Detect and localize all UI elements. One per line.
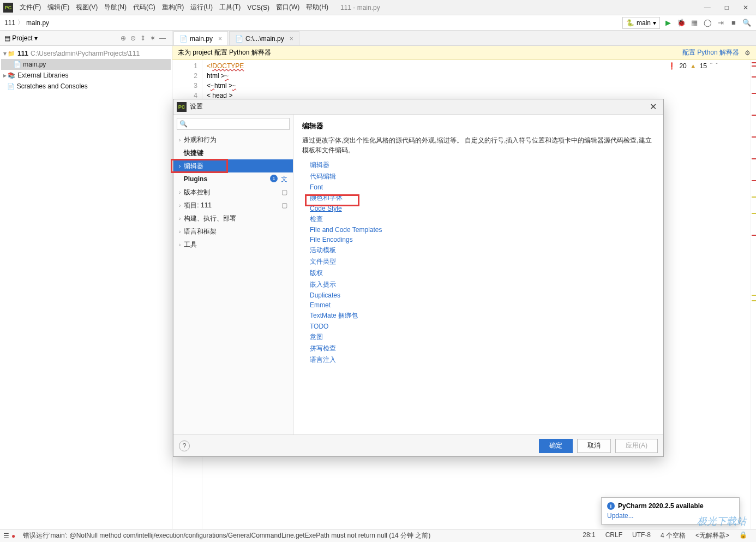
menu-refactor[interactable]: 重构(R): [159, 0, 188, 15]
select-opened-icon[interactable]: ⊜: [128, 34, 138, 42]
settings-search[interactable]: 🔍: [177, 118, 290, 130]
ok-button[interactable]: 确定: [539, 439, 573, 453]
project-pane-selector[interactable]: ▤ Project ▾: [4, 34, 38, 42]
cancel-button[interactable]: 取消: [577, 439, 611, 453]
settings-sublink[interactable]: File and Code Templates: [310, 226, 655, 234]
settings-category-item[interactable]: ›版本控制▢: [173, 186, 293, 199]
line-separator[interactable]: CRLF: [605, 531, 622, 540]
caret-position[interactable]: 28:1: [583, 531, 595, 540]
menu-window[interactable]: 窗口(W): [273, 0, 303, 15]
editor-tab-mainpy[interactable]: 📄 main.py ×: [173, 31, 228, 45]
info-icon: i: [607, 502, 615, 510]
menu-view[interactable]: 视图(V): [73, 0, 101, 15]
file-encoding[interactable]: UTF-8: [632, 531, 651, 540]
editor-tab-mainpy-2[interactable]: 📄 C:\...\main.py ×: [229, 31, 299, 45]
project-root-node[interactable]: ▾ 111 C:\Users\admin\PycharmProjects\111: [1, 48, 171, 59]
settings-sublink[interactable]: 活动模板: [310, 246, 655, 255]
settings-sublink[interactable]: Duplicates: [310, 291, 655, 299]
tab-label: main.py: [190, 35, 213, 43]
chevron-down-icon[interactable]: ˇ: [716, 62, 718, 70]
run-icon[interactable]: ▶: [663, 19, 673, 27]
settings-sublink[interactable]: 拼写检查: [310, 344, 655, 353]
coverage-icon[interactable]: ▦: [689, 19, 699, 27]
error-status-icon[interactable]: ●: [11, 532, 15, 540]
attach-icon[interactable]: ⇥: [716, 19, 725, 27]
help-icon[interactable]: ?: [179, 440, 190, 451]
chevron-up-icon[interactable]: ˆ: [710, 62, 712, 70]
settings-category-item[interactable]: ›项目: 111▢: [173, 199, 293, 212]
settings-sublink[interactable]: Emmet: [310, 301, 655, 309]
settings-sublink[interactable]: 嵌入提示: [310, 280, 655, 289]
settings-sublink[interactable]: 意图: [310, 332, 655, 342]
settings-sublink[interactable]: 语言注入: [310, 355, 655, 365]
menu-code[interactable]: 代码(C): [130, 0, 159, 15]
settings-category-item[interactable]: ›外观和行为: [173, 133, 293, 146]
close-tab-icon[interactable]: ×: [290, 35, 293, 43]
close-icon[interactable]: ✕: [743, 4, 748, 11]
debug-icon[interactable]: 🐞: [676, 19, 686, 27]
hide-icon[interactable]: —: [158, 34, 167, 42]
minimize-icon[interactable]: —: [704, 4, 711, 11]
search-icon: 🔍: [179, 120, 188, 128]
dialog-footer: ? 确定 取消 应用(A): [173, 434, 663, 456]
settings-sublink[interactable]: File Encodings: [310, 236, 655, 243]
stop-icon[interactable]: ■: [729, 19, 739, 27]
settings-category-item[interactable]: ›工具: [173, 238, 293, 251]
python-icon: 🐍: [626, 19, 634, 27]
python-file-icon: 📄: [235, 35, 243, 43]
settings-category-item[interactable]: 快捷键: [173, 146, 293, 159]
lock-icon[interactable]: 🔒: [739, 531, 747, 540]
scratches-node[interactable]: Scratches and Consoles: [1, 81, 171, 92]
close-dialog-icon[interactable]: ✕: [646, 102, 660, 112]
settings-sublink[interactable]: 版权: [310, 269, 655, 278]
gear-icon[interactable]: ⚙: [745, 49, 751, 57]
settings-icon[interactable]: ✶: [148, 34, 158, 42]
project-file-node[interactable]: 📄 main.py: [1, 59, 171, 70]
menu-navigate[interactable]: 导航(N): [101, 0, 130, 15]
update-notification[interactable]: i PyCharm 2020.2.5 available Update...: [601, 497, 740, 525]
menu-tools[interactable]: 工具(T): [216, 0, 244, 15]
folder-icon: [8, 50, 17, 57]
settings-category-item[interactable]: ›构建、执行、部署: [173, 212, 293, 225]
settings-sublink[interactable]: TextMate 捆绑包: [310, 311, 655, 320]
settings-sublink[interactable]: 检查: [310, 215, 655, 224]
external-libraries-node[interactable]: ▸ External Libraries: [1, 70, 171, 81]
close-tab-icon[interactable]: ×: [218, 35, 222, 43]
settings-search-input[interactable]: [188, 120, 287, 128]
expand-all-icon[interactable]: ⇕: [138, 34, 148, 42]
settings-category-item[interactable]: ›语言和框架: [173, 225, 293, 238]
settings-sublink[interactable]: Code Style: [310, 205, 655, 212]
breadcrumb-root[interactable]: 111: [4, 19, 15, 27]
error-stripe[interactable]: [751, 60, 756, 529]
project-file-label: main.py: [23, 61, 46, 68]
menu-edit[interactable]: 编辑(E): [44, 0, 73, 15]
settings-sublink[interactable]: Font: [310, 183, 655, 191]
tab-label: C:\...\main.py: [245, 35, 284, 43]
add-icon[interactable]: ⊕: [118, 34, 128, 42]
notification-title: PyCharm 2020.2.5 available: [618, 502, 704, 510]
settings-sublink[interactable]: 代码编辑: [310, 172, 655, 181]
maximize-icon[interactable]: □: [725, 4, 729, 11]
chevron-right-icon: ›: [179, 163, 181, 169]
menu-vcs[interactable]: VCS(S): [244, 0, 273, 15]
settings-sublink[interactable]: TODO: [310, 323, 655, 330]
menu-help[interactable]: 帮助(H): [303, 0, 332, 15]
breadcrumb-file[interactable]: main.py: [26, 19, 49, 27]
status-icon[interactable]: ☰: [3, 532, 9, 540]
search-everywhere-icon[interactable]: 🔍: [742, 19, 752, 27]
interpreter-status[interactable]: <无解释器>: [695, 531, 729, 540]
settings-category-item[interactable]: Plugins1文: [173, 172, 293, 186]
apply-button[interactable]: 应用(A): [615, 439, 658, 453]
update-link[interactable]: Update...: [607, 512, 634, 520]
settings-category-item[interactable]: ›编辑器: [173, 159, 293, 172]
settings-sublink[interactable]: 颜色和字体: [310, 193, 655, 202]
settings-sublink[interactable]: 编辑器: [310, 160, 655, 170]
inspection-summary[interactable]: ❗20 ▲15 ˆ ˇ: [668, 62, 718, 70]
indent-setting[interactable]: 4 个空格: [661, 531, 686, 540]
menu-run[interactable]: 运行(U): [187, 0, 216, 15]
run-config-selector[interactable]: 🐍 main ▾: [622, 17, 660, 29]
menu-file[interactable]: 文件(F): [16, 0, 44, 15]
configure-interpreter-link[interactable]: 配置 Python 解释器: [682, 48, 739, 57]
settings-sublink[interactable]: 文件类型: [310, 257, 655, 266]
profile-icon[interactable]: ◯: [703, 19, 712, 27]
